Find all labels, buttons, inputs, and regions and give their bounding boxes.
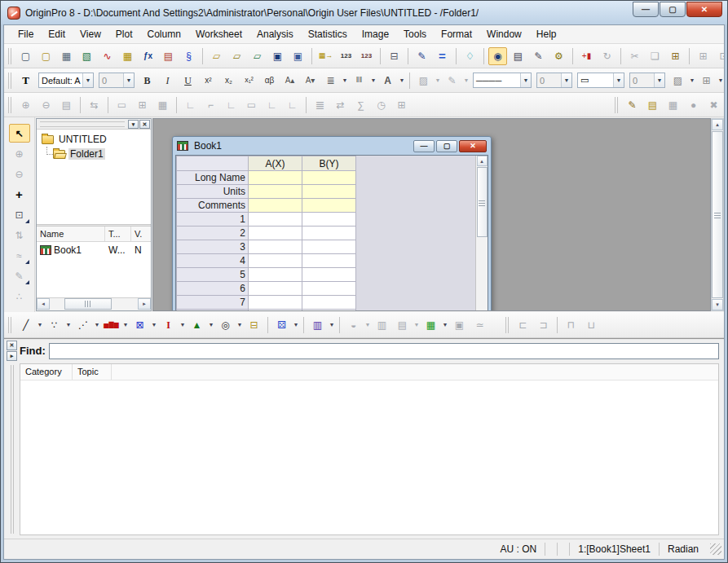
polar-plot-icon[interactable]: ◎ — [216, 316, 235, 334]
sql-editor-icon[interactable]: ✎ — [623, 96, 642, 114]
text-tool-icon[interactable]: T — [9, 307, 30, 312]
plot-3d-scatter-icon[interactable]: ⚄ — [272, 316, 291, 334]
row-header[interactable]: Long Name — [177, 171, 249, 185]
column-header-a[interactable]: A(X) — [249, 156, 302, 171]
open-database-icon[interactable]: ▤ — [643, 96, 662, 114]
row-header[interactable]: 4 — [177, 254, 249, 268]
menu-help[interactable]: Help — [529, 26, 564, 42]
alignment-icon[interactable]: ≣ — [321, 72, 340, 90]
panel-menu-icon[interactable]: ▾ — [128, 120, 139, 129]
font-size-combo-arrow-icon[interactable]: ▼ — [123, 73, 134, 87]
project-explorer-hscrollbar[interactable]: ◂ ▸ — [37, 297, 151, 310]
worksheet-cell[interactable] — [302, 171, 356, 185]
border-width-combo-arrow-icon[interactable]: ▼ — [654, 73, 664, 87]
script-window-icon[interactable]: ✎ — [529, 47, 548, 65]
book-close-button[interactable]: ✕ — [459, 140, 487, 152]
menu-view[interactable]: View — [73, 26, 108, 42]
line-style-combo[interactable]: ────▼ — [473, 73, 532, 88]
worksheet-cell[interactable] — [302, 199, 356, 213]
matrix-image-icon[interactable]: ▦ — [421, 316, 440, 334]
new-graph-icon[interactable]: ∿ — [98, 47, 117, 65]
scroll-left-icon[interactable]: ◂ — [37, 298, 50, 310]
worksheet-cell[interactable] — [249, 310, 302, 311]
plot-3d-scatter-icon-dropdown[interactable]: ▼ — [292, 322, 300, 328]
row-header[interactable]: 2 — [177, 227, 249, 240]
list-column-t[interactable]: T... — [105, 227, 131, 241]
new-matrix-icon[interactable]: ▦ — [118, 47, 137, 65]
row-header[interactable]: 7 — [177, 296, 249, 310]
line-width-combo[interactable]: 0▼ — [536, 73, 572, 88]
minimize-button[interactable]: — — [633, 2, 659, 17]
print-icon[interactable]: ⊟ — [385, 47, 404, 65]
column-plot-icon-dropdown[interactable]: ▼ — [121, 322, 130, 328]
decrease-font-icon[interactable]: A▾ — [301, 72, 320, 90]
worksheet-cell[interactable] — [302, 254, 356, 268]
scroll-down-icon[interactable]: ▾ — [712, 299, 723, 310]
worksheet-cell[interactable] — [302, 310, 356, 311]
regional-selector-icon[interactable]: ⊡ — [9, 205, 30, 224]
font-color-icon[interactable]: A — [378, 72, 397, 90]
menu-column[interactable]: Column — [140, 26, 188, 42]
project-explorer-icon[interactable]: ♢ — [461, 47, 479, 65]
line-width-combo-arrow-icon[interactable]: ▼ — [561, 73, 571, 87]
worksheet-cell[interactable] — [249, 240, 302, 254]
worksheet-cell[interactable] — [249, 268, 302, 282]
save-template-icon[interactable]: ▣ — [289, 47, 307, 65]
screen-reader-icon[interactable]: + — [9, 185, 30, 204]
dock-drag-grip[interactable] — [11, 365, 15, 534]
vertical-text-icon-dropdown[interactable]: ▼ — [369, 77, 377, 83]
list-column-name[interactable]: Name — [37, 227, 105, 241]
new-function-icon[interactable]: ƒx — [139, 47, 157, 65]
worksheet-cell[interactable] — [249, 199, 302, 213]
scroll-up-icon[interactable]: ▴ — [712, 119, 723, 130]
worksheet-cell[interactable] — [249, 185, 302, 199]
bold-icon[interactable]: B — [138, 72, 157, 90]
line-style-combo-arrow-icon[interactable]: ▼ — [520, 73, 531, 87]
menu-analysis[interactable]: Analysis — [249, 26, 301, 42]
superscript-icon[interactable]: x² — [199, 72, 218, 90]
book1-titlebar[interactable]: Book1 — ▢ ✕ — [175, 137, 488, 155]
vertical-text-icon[interactable]: ‖‖ — [350, 72, 368, 90]
scroll-up-icon[interactable]: ▴ — [477, 156, 488, 166]
area-plot-icon[interactable]: ▲ — [188, 316, 206, 334]
fill-pattern-icon-dropdown[interactable]: ▼ — [688, 77, 696, 83]
menu-image[interactable]: Image — [355, 26, 396, 42]
results-column-topic[interactable]: Topic — [73, 364, 112, 380]
worksheet-cell[interactable] — [249, 227, 302, 240]
font-size-combo[interactable]: 0▼ — [99, 73, 135, 88]
line-symbol-plot-icon-dropdown[interactable]: ▼ — [93, 322, 101, 328]
close-button[interactable]: ✕ — [686, 2, 722, 17]
increase-font-icon[interactable]: A▴ — [280, 72, 299, 90]
tree-item-folder1[interactable]: Folder1 — [37, 147, 151, 161]
italic-icon[interactable]: I — [158, 72, 177, 90]
supersubscript-icon[interactable]: x₁² — [240, 72, 258, 90]
scrollbar-thumb[interactable] — [712, 131, 723, 298]
new-workbook-icon[interactable]: ▦ — [57, 47, 76, 65]
area-plot-icon-dropdown[interactable]: ▼ — [207, 322, 215, 328]
worksheet-cell[interactable] — [302, 282, 356, 296]
open-excel-icon[interactable]: ▱ — [248, 47, 267, 65]
worksheet-cell[interactable] — [302, 227, 356, 240]
menu-tools[interactable]: Tools — [396, 26, 434, 42]
results-log-icon[interactable]: ▤ — [509, 47, 527, 65]
row-header[interactable]: 5 — [177, 268, 249, 282]
multi-curve-plot-icon-dropdown[interactable]: ▼ — [150, 322, 158, 328]
workspace-vscrollbar[interactable]: ▴ ▾ — [711, 118, 724, 311]
paste-icon[interactable]: ⊞ — [666, 47, 685, 65]
scrollbar-thumb[interactable] — [64, 298, 112, 310]
row-header[interactable]: Comments — [177, 199, 249, 213]
statusbar-resize-grip[interactable] — [710, 543, 721, 555]
menu-plot[interactable]: Plot — [108, 26, 140, 42]
dock-expand-icon[interactable]: ▸ — [7, 351, 17, 361]
duplicate-window-icon[interactable]: = — [433, 47, 452, 65]
project-explorer-titlebar[interactable]: ▾ ✕ — [37, 119, 151, 130]
scatter-plot-icon[interactable]: ∵ — [45, 316, 64, 334]
greek-icon[interactable]: αβ — [260, 72, 279, 90]
alignment-icon-dropdown[interactable]: ▼ — [341, 77, 349, 83]
menu-window[interactable]: Window — [479, 26, 529, 42]
list-column-v[interactable]: V. — [131, 227, 151, 241]
plot-3d-bars-icon-dropdown[interactable]: ▼ — [328, 322, 336, 328]
font-color-icon-dropdown[interactable]: ▼ — [398, 77, 406, 83]
worksheet-vscrollbar[interactable]: ▴ ▾ — [475, 156, 488, 311]
template-library-icon[interactable]: ⊟ — [245, 316, 263, 334]
